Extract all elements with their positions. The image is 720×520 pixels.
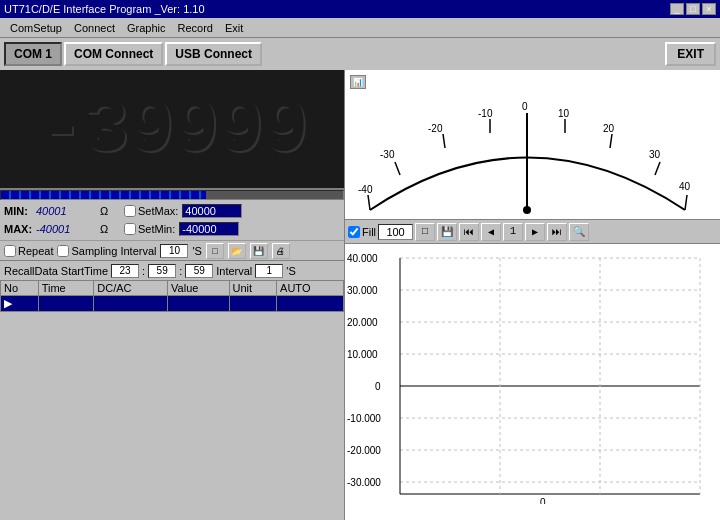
- progress-fill: [1, 191, 206, 199]
- svg-text:-10: -10: [478, 108, 493, 119]
- svg-point-19: [523, 206, 531, 214]
- table-body: ▶: [1, 296, 344, 312]
- usb-connect-button[interactable]: USB Connect: [165, 42, 262, 66]
- cell-no: [38, 296, 94, 312]
- print-icon-btn[interactable]: 🖨: [272, 243, 290, 259]
- menu-graphic[interactable]: Graphic: [121, 21, 172, 35]
- svg-text:20.000: 20.000: [347, 317, 378, 328]
- chart-new-btn[interactable]: □: [415, 223, 435, 241]
- min-label: MIN:: [4, 205, 32, 217]
- menu-connect[interactable]: Connect: [68, 21, 121, 35]
- table-area: No Time DC/AC Value Unit AUTO ▶: [0, 280, 344, 520]
- max-value: -40001: [36, 223, 96, 235]
- chart-last-btn[interactable]: ⏭: [547, 223, 567, 241]
- title-bar-buttons: _ □ ×: [670, 3, 716, 15]
- svg-text:-20: -20: [428, 123, 443, 134]
- setmax-label: SetMax:: [138, 205, 178, 217]
- starttime-label: StartTime: [61, 265, 108, 277]
- recall-interval[interactable]: [255, 264, 283, 278]
- display-area: -39999: [0, 70, 344, 190]
- setmax-checkbox[interactable]: [124, 205, 136, 217]
- gauge-area: 📊 -40 -30 -20 -10 0: [345, 70, 720, 220]
- col-value: Value: [168, 281, 229, 296]
- menu-bar: ComSetup Connect Graphic Record Exit: [0, 18, 720, 38]
- gauge-svg: -40 -30 -20 -10 0 10 20: [350, 75, 705, 220]
- svg-text:10: 10: [558, 108, 570, 119]
- max-unit: Ω: [100, 223, 120, 235]
- interval-label: Interval: [216, 265, 252, 277]
- sampling-checkbox-label: Sampling Interval: [57, 245, 156, 257]
- sampling-interval-input[interactable]: [160, 244, 188, 258]
- svg-text:10.000: 10.000: [347, 349, 378, 360]
- recall-row: RecallData StartTime : : Interval 'S: [0, 260, 344, 280]
- chart-prev-btn[interactable]: ◀: [481, 223, 501, 241]
- svg-text:-10.000: -10.000: [347, 413, 381, 424]
- chart-value-input[interactable]: [378, 224, 413, 240]
- minmax-area: MIN: 40001 Ω SetMax: MAX: -40001 Ω SetMi…: [0, 200, 344, 240]
- gauge-icon: 📊: [350, 75, 366, 89]
- setmin-checkbox-label: SetMin:: [124, 223, 175, 235]
- chart-area: 40.000 30.000 20.000 10.000 0 -10.000 -2…: [345, 244, 720, 520]
- min-value: 40001: [36, 205, 96, 217]
- exit-button[interactable]: EXIT: [665, 42, 716, 66]
- chart-next-btn[interactable]: ▶: [525, 223, 545, 241]
- svg-line-2: [395, 162, 400, 175]
- fill-label: Fill: [362, 226, 376, 238]
- title-bar: UT71C/D/E Interface Program _Ver: 1.10 _…: [0, 0, 720, 18]
- col-time: Time: [38, 281, 94, 296]
- cell-dcac: [168, 296, 229, 312]
- chart-save-btn[interactable]: 💾: [437, 223, 457, 241]
- svg-text:0: 0: [540, 497, 546, 504]
- svg-line-0: [368, 195, 370, 210]
- fill-checkbox[interactable]: [348, 226, 360, 238]
- sampling-checkbox[interactable]: [57, 245, 69, 257]
- new-file-icon-btn[interactable]: □: [206, 243, 224, 259]
- col-no: No: [1, 281, 39, 296]
- chart-zoom-btn[interactable]: 🔍: [569, 223, 589, 241]
- chart-first-btn[interactable]: ⏮: [459, 223, 479, 241]
- maximize-button[interactable]: □: [686, 3, 700, 15]
- left-panel: -39999 MIN: 40001 Ω SetMax: MAX: -40001 …: [0, 70, 345, 520]
- col-dcac: DC/AC: [94, 281, 168, 296]
- svg-text:-30: -30: [380, 149, 395, 160]
- setmax-input[interactable]: [182, 204, 242, 218]
- setmin-checkbox[interactable]: [124, 223, 136, 235]
- minimize-button[interactable]: _: [670, 3, 684, 15]
- open-file-icon-btn[interactable]: 📂: [228, 243, 246, 259]
- chart-svg: 40.000 30.000 20.000 10.000 0 -10.000 -2…: [345, 244, 705, 504]
- setmin-input[interactable]: [179, 222, 239, 236]
- main-content: -39999 MIN: 40001 Ω SetMax: MAX: -40001 …: [0, 70, 720, 520]
- repeat-checkbox-label: Repeat: [4, 245, 53, 257]
- recall-minute[interactable]: [148, 264, 176, 278]
- cell-unit: [277, 296, 344, 312]
- svg-line-12: [610, 134, 612, 148]
- repeat-checkbox[interactable]: [4, 245, 16, 257]
- sampling-unit: 'S: [192, 245, 201, 257]
- recall-unit: 'S: [286, 265, 295, 277]
- menu-exit[interactable]: Exit: [219, 21, 249, 35]
- svg-text:40.000: 40.000: [347, 253, 378, 264]
- recall-hour[interactable]: [111, 264, 139, 278]
- save-file-icon-btn[interactable]: 💾: [250, 243, 268, 259]
- menu-record[interactable]: Record: [172, 21, 219, 35]
- svg-text:-20.000: -20.000: [347, 445, 381, 456]
- right-panel: 📊 -40 -30 -20 -10 0: [345, 70, 720, 520]
- window-title: UT71C/D/E Interface Program _Ver: 1.10: [4, 3, 205, 15]
- cell-time: [94, 296, 168, 312]
- chart-page-num: 1: [503, 223, 523, 241]
- com-connect-button[interactable]: COM Connect: [64, 42, 163, 66]
- toolbar: COM 1 COM Connect USB Connect EXIT: [0, 38, 720, 70]
- svg-line-14: [655, 162, 660, 175]
- table-row[interactable]: ▶: [1, 296, 344, 312]
- max-label: MAX:: [4, 223, 32, 235]
- col-unit: Unit: [229, 281, 277, 296]
- menu-comsetup[interactable]: ComSetup: [4, 21, 68, 35]
- progress-bar: [0, 190, 344, 200]
- min-unit: Ω: [100, 205, 120, 217]
- chart-toolbar: Fill □ 💾 ⏮ ◀ 1 ▶ ⏭ 🔍: [345, 220, 720, 244]
- repeat-label: Repeat: [18, 245, 53, 257]
- svg-text:0: 0: [522, 101, 528, 112]
- recall-second[interactable]: [185, 264, 213, 278]
- close-button[interactable]: ×: [702, 3, 716, 15]
- com1-button[interactable]: COM 1: [4, 42, 62, 66]
